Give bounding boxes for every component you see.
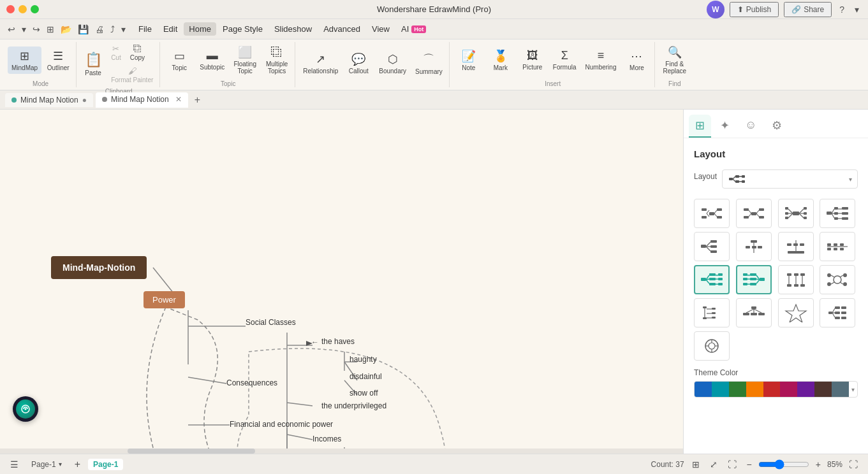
menu-slideshow[interactable]: Slideshow: [269, 22, 317, 36]
menu-advanced[interactable]: Advanced: [318, 22, 365, 36]
help-button[interactable]: ?: [837, 3, 847, 16]
menu-file[interactable]: File: [133, 22, 157, 36]
layout-item-8[interactable]: [820, 232, 855, 261]
layout-select-box[interactable]: ▾: [722, 169, 858, 189]
summary-button[interactable]: ⌒ Summary: [411, 49, 446, 78]
layout-item-4[interactable]: [820, 199, 855, 228]
undo-dropdown[interactable]: ▾: [19, 23, 29, 36]
page-tab-1[interactable]: Page-1 ▾: [26, 459, 67, 470]
layout-item-5[interactable]: [694, 232, 730, 261]
layout-item-12[interactable]: [820, 265, 855, 294]
outliner-button[interactable]: ☰ Outliner: [43, 47, 73, 74]
publish-button[interactable]: ⬆Publish: [730, 2, 779, 17]
layout-item-1[interactable]: [694, 199, 730, 228]
more-button[interactable]: ⋯ More: [621, 47, 652, 74]
numbering-button[interactable]: ≡ Numbering: [582, 47, 621, 73]
window-controls[interactable]: [6, 5, 39, 13]
paste-button[interactable]: 📋 Paste: [80, 49, 106, 79]
sidebar-toggle-button[interactable]: ☰: [8, 458, 21, 471]
menu-view[interactable]: View: [367, 22, 395, 36]
redo-button[interactable]: ↪: [30, 23, 43, 36]
consequences-node[interactable]: Consequences: [226, 378, 277, 387]
open-button[interactable]: 📂: [58, 23, 74, 36]
layout-item-6[interactable]: [736, 232, 772, 261]
layout-item-17[interactable]: [694, 331, 730, 361]
note-button[interactable]: 📝 Note: [453, 47, 484, 74]
haughty-node[interactable]: haughty: [349, 355, 377, 364]
panel-tab-layout[interactable]: ⊞: [689, 115, 711, 138]
menu-home[interactable]: Home: [184, 22, 216, 36]
floating-topic-button[interactable]: ⬜ FloatingTopic: [230, 43, 260, 77]
save-button[interactable]: 💾: [75, 23, 91, 36]
collapse-button[interactable]: ▾: [852, 3, 862, 16]
panel-tab-emoji[interactable]: ☺: [739, 115, 763, 138]
layout-item-9[interactable]: [694, 265, 730, 294]
print-button[interactable]: 🖨: [92, 23, 107, 36]
the-haves-node[interactable]: the haves: [321, 337, 355, 346]
fullscreen-button[interactable]: ⛶: [725, 458, 739, 471]
formula-button[interactable]: Σ Formula: [549, 47, 580, 73]
zoom-fit-button[interactable]: ⛶: [846, 458, 860, 471]
theme-color-dropdown[interactable]: ▾: [849, 386, 857, 393]
zoom-in-button[interactable]: +: [813, 458, 823, 471]
layout-item-15[interactable]: [778, 298, 814, 327]
mindmap-button[interactable]: ⊞ MindMap: [8, 47, 41, 74]
find-replace-button[interactable]: 🔍 Find &Replace: [659, 43, 690, 77]
user-avatar[interactable]: W: [707, 1, 725, 18]
layout-item-10[interactable]: [736, 265, 772, 294]
social-classes-node[interactable]: Social Classes: [246, 318, 296, 327]
layout-item-14[interactable]: [736, 298, 772, 327]
panel-tab-ai[interactable]: ✦: [714, 115, 736, 138]
financial-node[interactable]: Financial and economic power: [230, 420, 333, 429]
subtopic-button[interactable]: ▬ Subtopic: [196, 47, 228, 73]
layout-item-2[interactable]: [736, 199, 772, 228]
copy-button[interactable]: ⿻ Copy: [126, 42, 149, 63]
add-tab-button[interactable]: +: [191, 93, 204, 107]
new-button[interactable]: ⊞: [44, 23, 57, 36]
fit-screen-button[interactable]: ⤢: [707, 458, 720, 471]
undo-button[interactable]: ↩: [5, 23, 18, 36]
root-node[interactable]: Mind-Map-Notion: [51, 256, 147, 279]
picture-button[interactable]: 🖼 Picture: [517, 47, 548, 73]
show-off-node[interactable]: show off: [349, 389, 378, 398]
zoom-slider[interactable]: [758, 459, 809, 470]
share-button[interactable]: 🔗Share: [784, 2, 832, 17]
canvas[interactable]: Mind-Map-Notion Power Social Classes ← t…: [0, 110, 683, 454]
callout-button[interactable]: 💬 Callout: [343, 50, 374, 77]
maximize-button[interactable]: [31, 5, 39, 13]
boundary-button[interactable]: ⬡ Boundary: [375, 50, 410, 77]
close-button[interactable]: [6, 5, 15, 13]
disdainful-node[interactable]: disdainful: [349, 372, 382, 381]
topic-button[interactable]: ▭ Topic: [164, 47, 195, 74]
layout-item-13[interactable]: [694, 298, 730, 327]
export-button[interactable]: ⤴: [108, 23, 117, 36]
menu-ai[interactable]: AI Hot: [396, 22, 431, 36]
relationship-button[interactable]: ↗ Relationship: [299, 50, 342, 77]
multiple-topics-button[interactable]: ⿻ MultipleTopics: [261, 43, 292, 77]
layout-item-11[interactable]: [778, 265, 814, 294]
canvas-scrollbar-h[interactable]: [0, 449, 683, 454]
underprivileged-node[interactable]: the underprivileged: [321, 401, 386, 410]
minimize-button[interactable]: [18, 5, 27, 13]
grid-toggle-button[interactable]: ⊞: [689, 458, 702, 471]
layout-item-16[interactable]: [820, 298, 855, 327]
tab-mindmap-notion-2[interactable]: Mind Map Notion ✕: [96, 92, 188, 108]
ai-assistant-bubble[interactable]: [13, 396, 38, 422]
layout-item-7[interactable]: [778, 232, 814, 261]
scrollbar-thumb-h[interactable]: [128, 449, 255, 454]
mark-button[interactable]: 🏅 Mark: [485, 47, 516, 74]
tab-mindmap-notion-1[interactable]: Mind Map Notion ●: [5, 93, 93, 107]
layout-item-3[interactable]: [778, 199, 814, 228]
menu-edit[interactable]: Edit: [158, 22, 182, 36]
menu-page-style[interactable]: Page Style: [217, 22, 268, 36]
format-painter-button[interactable]: 🖌 Format Painter: [107, 64, 157, 85]
incomes-node[interactable]: Incomes: [313, 434, 341, 443]
add-page-button[interactable]: +: [72, 457, 83, 471]
export-dropdown[interactable]: ▾: [119, 23, 128, 36]
power-node[interactable]: Power: [143, 291, 185, 308]
zoom-out-button[interactable]: −: [744, 458, 754, 471]
page-tab-2[interactable]: Page-1: [88, 459, 123, 470]
panel-tab-settings[interactable]: ⚙: [765, 115, 788, 138]
cut-button[interactable]: ✂ Cut: [107, 42, 125, 63]
theme-color-strip[interactable]: ▾: [694, 381, 858, 398]
